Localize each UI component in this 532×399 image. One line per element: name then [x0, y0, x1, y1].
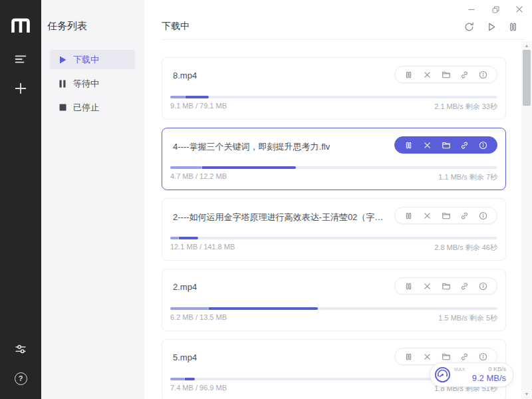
- pause-task-icon[interactable]: [404, 281, 414, 291]
- task-name: 4----掌握三个关键词，即刻提升思考力.flv: [170, 136, 330, 153]
- vertical-scrollbar[interactable]: ▲ ▼: [521, 41, 532, 399]
- task-speed-remaining-text: 2.8 MB/s 剩余 46秒: [434, 243, 497, 253]
- upload-speed-value: 0 KB/s: [488, 366, 506, 373]
- copy-link-icon[interactable]: [460, 281, 469, 291]
- task-progress-bar: [170, 307, 497, 310]
- open-folder-icon[interactable]: [441, 70, 451, 80]
- panel-title: 任务列表: [41, 20, 144, 33]
- add-task-icon[interactable]: [9, 77, 32, 100]
- stop-icon: [59, 104, 66, 112]
- pause-all-icon[interactable]: [505, 20, 521, 33]
- open-folder-icon[interactable]: [441, 140, 451, 150]
- open-folder-icon[interactable]: [441, 352, 451, 362]
- close-button[interactable]: [509, 1, 529, 17]
- refresh-icon[interactable]: [461, 20, 477, 33]
- scrollbar-thumb[interactable]: [523, 50, 531, 106]
- pause-task-icon[interactable]: [404, 140, 414, 150]
- question-mark-icon: ?: [15, 372, 27, 385]
- sidebar-item-downloading[interactable]: 下载中: [50, 50, 135, 69]
- pause-task-icon[interactable]: [404, 211, 414, 221]
- pause-task-icon[interactable]: [404, 352, 414, 362]
- page-title: 下载中: [162, 21, 190, 33]
- task-stats: 4.7 MB / 12.2 MB 1.1 MB/s 剩余 7秒: [170, 172, 497, 182]
- copy-link-icon[interactable]: [460, 140, 469, 150]
- task-list: 8.mp4: [144, 40, 532, 399]
- task-name: 5.mp4: [170, 348, 197, 362]
- scrollbar-up-arrow[interactable]: ▲: [521, 41, 532, 51]
- minimize-button[interactable]: [462, 1, 481, 17]
- copy-link-icon[interactable]: [460, 352, 469, 362]
- sidebar-item-label: 已停止: [73, 102, 99, 114]
- progress-fill-dark: [185, 378, 195, 380]
- progress-fill-dark: [209, 307, 319, 310]
- motrix-logo-icon: [11, 17, 31, 33]
- task-action-bar: [394, 277, 497, 295]
- task-name: 8.mp4: [170, 66, 197, 80]
- progress-fill-dark: [202, 166, 297, 169]
- progress-fill-light: [170, 237, 179, 239]
- task-speed-remaining-text: 2.1 MB/s 剩余 33秒: [434, 102, 497, 112]
- task-size-text: 6.2 MB / 13.5 MB: [170, 313, 227, 323]
- open-folder-icon[interactable]: [441, 211, 451, 221]
- main-content: 下载中: [144, 0, 532, 399]
- scrollbar-down-arrow[interactable]: ▼: [521, 390, 532, 399]
- task-info-icon[interactable]: [478, 211, 488, 221]
- task-progress-bar: [170, 166, 497, 169]
- sidebar-item-label: 等待中: [73, 78, 99, 90]
- task-action-bar: [394, 207, 497, 224]
- help-icon[interactable]: ?: [9, 367, 32, 390]
- progress-fill-light: [170, 96, 186, 98]
- progress-fill-light: [170, 166, 202, 169]
- task-info-icon[interactable]: [478, 140, 488, 150]
- task-speed-remaining-text: 1.1 MB/s 剩余 7秒: [438, 172, 497, 182]
- list-toolbar: [461, 20, 525, 33]
- play-icon: [59, 56, 66, 64]
- task-size-text: 12.1 MB / 141.8 MB: [170, 243, 235, 253]
- task-size-text: 7.4 MB / 96.9 MB: [170, 384, 227, 394]
- task-progress-bar: [170, 96, 497, 98]
- task-info-icon[interactable]: [478, 70, 488, 80]
- delete-task-icon[interactable]: [422, 140, 432, 150]
- delete-task-icon[interactable]: [422, 211, 432, 221]
- delete-task-icon[interactable]: [422, 352, 432, 362]
- task-card[interactable]: 4----掌握三个关键词，即刻提升思考力.flv: [162, 128, 506, 190]
- task-size-text: 9.1 MB / 79.1 MB: [170, 102, 227, 112]
- speedometer-icon: [434, 366, 452, 384]
- task-action-bar: [394, 136, 497, 154]
- task-name: 2----如何运用金字塔原理进行高效表达-王清莹02（字幕）.flv: [170, 207, 390, 223]
- task-card[interactable]: 8.mp4: [162, 57, 506, 120]
- task-action-bar: [394, 66, 497, 83]
- open-folder-icon[interactable]: [441, 281, 451, 291]
- maximize-restore-button[interactable]: [485, 1, 505, 17]
- app-window: ? 任务列表 下载中 等待中 已停止: [0, 0, 532, 399]
- task-size-text: 4.7 MB / 12.2 MB: [170, 172, 227, 182]
- progress-fill-dark: [179, 237, 198, 239]
- task-list-nav-icon[interactable]: [9, 48, 32, 70]
- delete-task-icon[interactable]: [422, 70, 432, 80]
- task-stats: 9.1 MB / 79.1 MB 2.1 MB/s 剩余 33秒: [170, 102, 497, 112]
- global-speed-widget[interactable]: MAX 0 KB/s 9.2 MB/s: [430, 362, 513, 387]
- progress-fill-light: [170, 378, 185, 380]
- delete-task-icon[interactable]: [422, 281, 432, 291]
- task-info-icon[interactable]: [478, 352, 488, 362]
- task-stats: 12.1 MB / 141.8 MB 2.8 MB/s 剩余 46秒: [170, 243, 497, 253]
- preferences-sliders-icon[interactable]: [9, 338, 32, 360]
- task-info-icon[interactable]: [478, 281, 488, 291]
- sidebar-item-waiting[interactable]: 等待中: [50, 74, 135, 93]
- pause-task-icon[interactable]: [404, 70, 414, 80]
- copy-link-icon[interactable]: [460, 70, 469, 80]
- task-card[interactable]: 2----如何运用金字塔原理进行高效表达-王清莹02（字幕）.flv: [162, 198, 506, 261]
- window-controls: [462, 1, 529, 17]
- resume-all-icon[interactable]: [483, 20, 499, 33]
- sidebar-item-stopped[interactable]: 已停止: [50, 98, 135, 117]
- task-category-panel: 任务列表 下载中 等待中 已停止: [41, 0, 144, 399]
- task-name: 2.mp4: [170, 277, 197, 292]
- max-speed-label: MAX: [452, 367, 466, 372]
- task-progress-bar: [170, 237, 497, 239]
- copy-link-icon[interactable]: [460, 211, 469, 221]
- speed-readout: MAX 0 KB/s 9.2 MB/s: [452, 366, 506, 383]
- task-card[interactable]: 2.mp4: [162, 269, 506, 331]
- task-speed-remaining-text: 1.5 MB/s 剩余 5秒: [438, 313, 497, 323]
- progress-fill-light: [170, 307, 209, 310]
- sidebar-item-label: 下载中: [73, 54, 99, 66]
